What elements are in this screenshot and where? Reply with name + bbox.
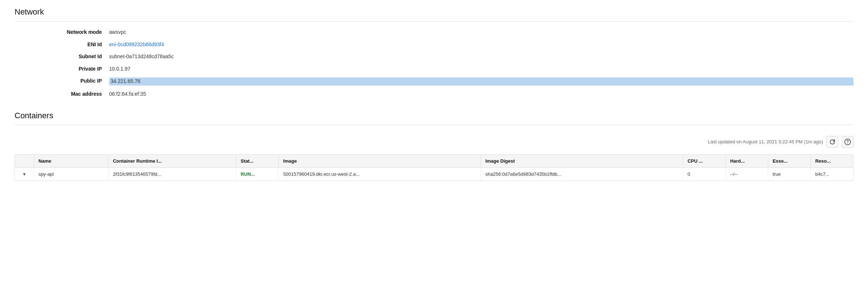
col-header-hard: Hard...	[725, 154, 768, 167]
row-image: 500157960419.dkr.ecr.us-west-2.a...	[279, 167, 481, 180]
network-mode-value: awsvpc	[109, 29, 853, 36]
row-reso: b4c7...	[811, 167, 853, 180]
subnet-id-label: Subnet Id	[36, 53, 109, 60]
network-divider	[15, 21, 853, 21]
subnet-id-value: subnet-0a713d248cd78aa5c	[109, 53, 853, 60]
containers-header: Last updated on August 11, 2021 5:22:45 …	[15, 132, 853, 151]
row-name: spy-api	[34, 167, 108, 180]
col-header-expand	[15, 154, 34, 167]
refresh-icon	[829, 139, 835, 145]
col-header-name: Name	[34, 154, 108, 167]
network-mode-label: Network mode	[36, 29, 109, 36]
network-section-title: Network	[15, 7, 853, 17]
col-header-digest: Image Digest	[481, 154, 683, 167]
col-header-runtime: Container Runtime I...	[108, 154, 236, 167]
private-ip-value: 10.0.1.97	[109, 65, 853, 73]
row-expand[interactable]: ▼	[15, 167, 34, 180]
containers-table: Name Container Runtime I... Stat... Imag…	[15, 154, 853, 181]
help-button[interactable]: ?	[842, 136, 853, 148]
row-esse: true	[768, 167, 811, 180]
private-ip-label: Private IP	[36, 65, 109, 73]
public-ip-value: 34.221.65.76	[109, 78, 853, 86]
col-header-status: Stat...	[236, 154, 279, 167]
col-header-image: Image	[279, 154, 481, 167]
row-status: RUN...	[236, 167, 279, 180]
row-digest: sha256:0d7a6e5d983d7435b1ffdb...	[481, 167, 683, 180]
row-cpu: 0	[683, 167, 725, 180]
containers-divider	[15, 125, 853, 125]
last-updated-text: Last updated on August 11, 2021 5:22:45 …	[708, 139, 823, 144]
refresh-button[interactable]	[827, 136, 838, 148]
help-icon: ?	[844, 139, 851, 145]
row-hard: --/--	[725, 167, 768, 180]
status-badge: RUN...	[240, 171, 255, 177]
col-header-cpu: CPU ...	[683, 154, 725, 167]
table-header-row: Name Container Runtime I... Stat... Imag…	[15, 154, 853, 167]
row-runtime: 2f31fc9f613546579fd...	[108, 167, 236, 180]
eni-id-link[interactable]: eni-0cd099232b66d93f4	[109, 41, 853, 48]
mac-address-value: 06:f2:64:fa:ef:35	[109, 91, 853, 98]
col-header-esse: Esse...	[768, 154, 811, 167]
network-fields: Network mode awsvpc ENI Id eni-0cd099232…	[36, 29, 853, 98]
mac-address-label: Mac address	[36, 91, 109, 98]
eni-id-label: ENI Id	[36, 41, 109, 48]
col-header-reso: Reso...	[811, 154, 853, 167]
containers-section-title: Containers	[15, 111, 853, 120]
table-row: ▼ spy-api 2f31fc9f613546579fd... RUN... …	[15, 167, 853, 180]
expand-arrow-icon[interactable]: ▼	[22, 172, 27, 177]
public-ip-label: Public IP	[36, 78, 109, 86]
